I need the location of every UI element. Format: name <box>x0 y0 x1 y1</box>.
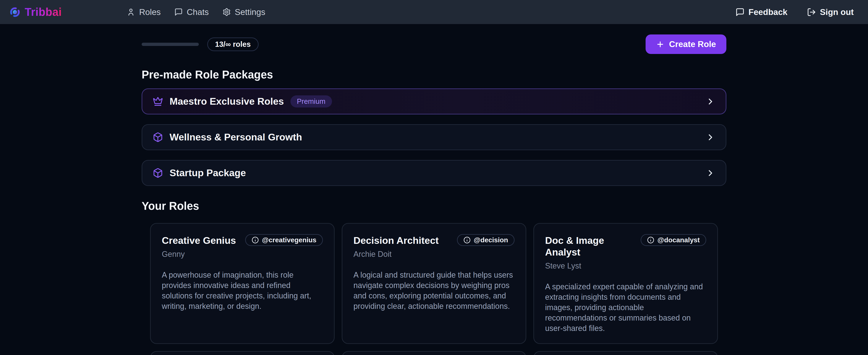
nav-label: Settings <box>235 7 265 17</box>
package-icon <box>153 168 163 178</box>
top-bar: Tribbai Roles Chats Settings <box>0 0 868 24</box>
role-handle-badge[interactable]: @docanalyst <box>641 234 706 246</box>
chevron-right-icon <box>706 168 715 178</box>
nav-item-settings[interactable]: Settings <box>222 7 265 17</box>
role-card-doc-image-analyst[interactable]: Doc & Image Analyst @docanalyst Steve Ly… <box>533 223 718 344</box>
sign-out-label: Sign out <box>820 7 854 17</box>
gear-icon <box>222 8 231 16</box>
create-role-label: Create Role <box>669 39 716 49</box>
create-role-button[interactable]: Create Role <box>646 34 726 54</box>
packages-heading: Pre-made Role Packages <box>142 68 726 81</box>
roles-count-badge: 13/∞ roles <box>207 37 258 51</box>
your-roles-heading: Your Roles <box>142 200 726 213</box>
package-title: Wellness & Personal Growth <box>169 131 302 143</box>
package-row-maestro[interactable]: Maestro Exclusive Roles Premium <box>142 88 726 114</box>
user-icon <box>127 8 135 16</box>
app-root: Tribbai Roles Chats Settings <box>0 0 868 355</box>
premium-badge: Premium <box>290 95 332 108</box>
role-handle: @docanalyst <box>657 236 700 244</box>
nav-item-roles[interactable]: Roles <box>127 7 161 17</box>
roles-grid: Creative Genius @creativegenius Genny A … <box>142 223 726 355</box>
sign-out-button[interactable]: Sign out <box>807 7 854 17</box>
roles-progress-bar <box>142 43 199 46</box>
feedback-button[interactable]: Feedback <box>736 7 787 17</box>
logout-icon <box>807 7 816 17</box>
role-handle: @decision <box>474 236 508 244</box>
info-icon <box>463 236 471 244</box>
brand-logo-icon <box>10 7 20 17</box>
role-title: Doc & Image Analyst <box>545 235 636 258</box>
package-title: Maestro Exclusive Roles <box>169 96 284 107</box>
brand-name: Tribbai <box>25 6 62 19</box>
role-handle: @creativegenius <box>262 236 316 244</box>
role-subtitle: Genny <box>162 250 323 259</box>
role-card-partial[interactable] <box>150 351 335 355</box>
nav-label: Chats <box>187 7 209 17</box>
package-title: Startup Package <box>169 167 246 179</box>
role-card-decision-architect[interactable]: Decision Architect @decision Archie Doit… <box>342 223 526 344</box>
main-content: 13/∞ roles Create Role Pre-made Role Pac… <box>142 34 726 355</box>
topbar-actions: Feedback Sign out <box>736 7 854 17</box>
crown-icon <box>153 96 163 107</box>
package-row-startup[interactable]: Startup Package <box>142 160 726 186</box>
role-title: Creative Genius <box>162 235 236 246</box>
nav-label: Roles <box>139 7 161 17</box>
role-subtitle: Archie Doit <box>353 250 515 259</box>
role-handle-badge[interactable]: @decision <box>457 234 515 246</box>
role-description: A specialized expert capable of analyzin… <box>545 282 706 333</box>
role-card-partial[interactable] <box>342 351 526 355</box>
plus-icon <box>656 40 664 49</box>
package-row-wellness[interactable]: Wellness & Personal Growth <box>142 124 726 150</box>
primary-nav: Roles Chats Settings <box>127 7 265 17</box>
chevron-right-icon <box>706 97 715 107</box>
feedback-label: Feedback <box>748 7 787 17</box>
info-icon <box>647 236 654 244</box>
brand-logo[interactable]: Tribbai <box>10 6 62 19</box>
role-card-partial[interactable] <box>533 351 718 355</box>
chevron-right-icon <box>706 132 715 142</box>
role-description: A powerhouse of imagination, this role p… <box>162 270 323 312</box>
role-handle-badge[interactable]: @creativegenius <box>245 234 323 246</box>
role-title: Decision Architect <box>353 235 438 246</box>
chat-icon <box>736 7 745 17</box>
chat-icon <box>174 8 183 16</box>
roles-toolbar: 13/∞ roles Create Role <box>142 34 726 54</box>
info-icon <box>252 236 259 244</box>
role-subtitle: Steve Lyst <box>545 261 706 270</box>
role-description: A logical and structured guide that help… <box>353 270 515 312</box>
nav-item-chats[interactable]: Chats <box>174 7 209 17</box>
role-quota-group: 13/∞ roles <box>142 37 258 51</box>
role-card-creative-genius[interactable]: Creative Genius @creativegenius Genny A … <box>150 223 335 344</box>
package-icon <box>153 132 163 142</box>
